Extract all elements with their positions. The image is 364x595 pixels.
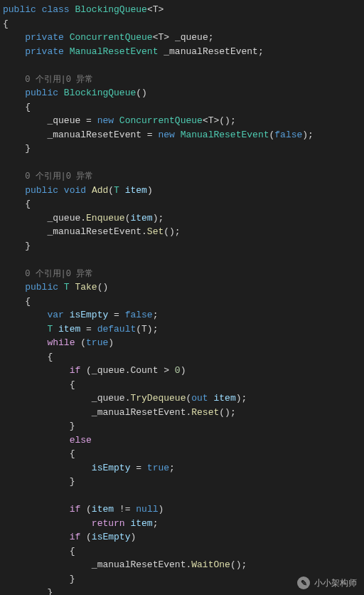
- code-line: if (isEmpty): [0, 530, 364, 544]
- code-line: public T Take(): [0, 280, 364, 295]
- code-line: {: [0, 544, 364, 559]
- code-line: {: [0, 295, 364, 309]
- code-line: {: [0, 447, 364, 461]
- code-line: [0, 156, 364, 170]
- code-line: {: [0, 378, 364, 392]
- code-line: }: [0, 475, 364, 489]
- code-line: {: [0, 197, 364, 211]
- codelens[interactable]: 0 个引用|0 异常: [0, 73, 364, 87]
- code-line: _manualResetEvent.Reset();: [0, 406, 364, 420]
- code-line: else: [0, 433, 364, 448]
- code-line: _queue.TryDequeue(out item);: [0, 391, 364, 406]
- code-line: {: [0, 350, 364, 364]
- watermark-text: 小小架构师: [314, 576, 357, 589]
- code-line: [0, 489, 364, 503]
- code-line: T item = default(T);: [0, 322, 364, 337]
- code-line: public BlockingQueue(): [0, 86, 364, 100]
- code-line: [0, 253, 364, 267]
- code-line: public class BlockingQueue<T>: [0, 3, 364, 17]
- code-editor[interactable]: public class BlockingQueue<T> { private …: [0, 3, 364, 595]
- code-line: {: [0, 100, 364, 115]
- code-line: private ManualResetEvent _manualResetEve…: [0, 45, 364, 59]
- watermark: ✎ 小小架构师: [297, 576, 357, 589]
- codelens[interactable]: 0 个引用|0 异常: [0, 169, 364, 184]
- code-line: _manualResetEvent = new ManualResetEvent…: [0, 128, 364, 142]
- code-line: {: [0, 17, 364, 31]
- codelens[interactable]: 0 个引用|0 异常: [0, 267, 364, 281]
- code-line: if (item != null): [0, 502, 364, 517]
- code-line: _queue = new ConcurrentQueue<T>();: [0, 114, 364, 128]
- code-line: public void Add(T item): [0, 184, 364, 198]
- code-line: return item;: [0, 517, 364, 531]
- code-line: if (_queue.Count > 0): [0, 364, 364, 378]
- code-line: }: [0, 239, 364, 253]
- code-line: _queue.Enqueue(item);: [0, 211, 364, 226]
- code-line: }: [0, 142, 364, 156]
- code-line: while (true): [0, 336, 364, 350]
- code-line: _manualResetEvent.Set();: [0, 225, 364, 239]
- code-line: }: [0, 419, 364, 433]
- pencil-icon: ✎: [297, 576, 310, 589]
- code-line: _manualResetEvent.WaitOne();: [0, 558, 364, 572]
- code-line: var isEmpty = false;: [0, 308, 364, 322]
- code-line: isEmpty = true;: [0, 461, 364, 475]
- code-line: [0, 58, 364, 73]
- code-line: private ConcurrentQueue<T> _queue;: [0, 31, 364, 45]
